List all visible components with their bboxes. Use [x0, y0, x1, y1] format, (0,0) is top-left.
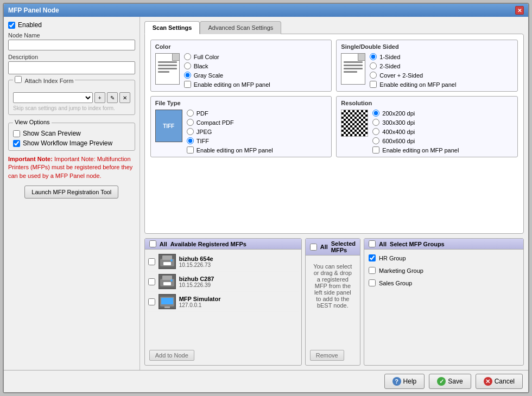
double-sided[interactable]: 2-Sided	[370, 62, 456, 69]
res-200[interactable]: 200x200 dpi	[372, 110, 459, 117]
description-input[interactable]	[8, 61, 135, 74]
mfp-simulator-checkbox[interactable]	[148, 298, 155, 305]
group-hr-label: HR Group	[379, 255, 406, 261]
close-button[interactable]: ✕	[515, 6, 524, 15]
available-mfps-all-checkbox[interactable]	[149, 240, 156, 247]
enabled-row: Enabled	[8, 21, 135, 29]
resolution-icon	[341, 110, 368, 137]
resolution-options: 200x200 dpi 300x300 dpi 400x400 dpi	[372, 110, 459, 154]
color-black[interactable]: Black	[184, 62, 270, 69]
filetype-enable-editing[interactable]: Enable editing on MFP panel	[187, 146, 273, 154]
important-note: Important Note: Important Note: Multifun…	[8, 155, 135, 180]
help-button[interactable]: ? Help	[384, 374, 425, 389]
selected-mfps-panel: All Selected MFPs You can select or drag…	[305, 238, 360, 366]
color-preview-icon	[155, 53, 180, 85]
mfp-item-c287: bizhub C287 10.15.226.39	[147, 272, 299, 292]
show-scan-preview-checkbox[interactable]	[13, 130, 20, 137]
view-options-group: View Options Show Scan Preview Show Work…	[8, 123, 135, 151]
color-enable-editing[interactable]: Enable editing on MFP panel	[184, 81, 270, 88]
color-radio-group: Full Color Black Gray Scale	[184, 53, 270, 79]
resolution-enable-editing[interactable]: Enable editing on MFP panel	[372, 146, 459, 154]
group-sales-label: Sales Group	[379, 280, 412, 286]
color-title: Color	[155, 43, 327, 50]
tab-scan-settings[interactable]: Scan Settings	[144, 21, 200, 34]
color-full-color[interactable]: Full Color	[184, 53, 270, 60]
tab-bar: Scan Settings Advanced Scan Settings	[144, 21, 524, 34]
selected-mfps-footer: Remove	[306, 346, 360, 365]
res-600[interactable]: 600x600 dpi	[372, 137, 459, 144]
resolution-radio-group: 200x200 dpi 300x300 dpi 400x400 dpi	[372, 110, 459, 144]
tab-advanced-scan-settings[interactable]: Advanced Scan Settings	[200, 21, 281, 34]
enabled-checkbox[interactable]	[8, 22, 15, 29]
file-type-inner: TIFF PDF Compact PDF	[155, 110, 327, 154]
cancel-button[interactable]: ✕ Cancel	[476, 374, 523, 389]
file-type-compact-pdf[interactable]: Compact PDF	[187, 119, 273, 126]
mfp-simulator-name: MFP Simulator	[179, 296, 221, 302]
footer: ? Help ✓ Save ✕ Cancel	[4, 370, 528, 392]
tiff-icon: TIFF	[155, 110, 182, 142]
node-name-input[interactable]: MFP Panel	[8, 40, 135, 50]
mfp-654e-checkbox[interactable]	[148, 258, 155, 265]
sides-enable-editing[interactable]: Enable editing on MFP panel	[370, 81, 456, 88]
file-type-jpeg[interactable]: JPEG	[187, 128, 273, 135]
cancel-icon: ✕	[484, 377, 492, 386]
single-double-section: Single/Double Sided	[336, 40, 518, 92]
mfp-item-simulator: MFP Simulator 127.0.0.1	[147, 292, 299, 312]
file-type-pdf[interactable]: PDF	[187, 110, 273, 117]
svg-rect-10	[164, 306, 170, 308]
mfp-654e-ip: 10.15.226.73	[179, 262, 213, 268]
edit-form-button[interactable]: ✎	[107, 92, 118, 103]
single-double-icon	[341, 53, 365, 85]
main-window: MFP Panel Node ✕ Enabled Node Name MFP P…	[3, 3, 529, 393]
group-sales-checkbox[interactable]	[369, 279, 376, 286]
main-area: Enabled Node Name MFP Panel Description …	[4, 17, 528, 370]
resolution-title: Resolution	[341, 100, 513, 106]
show-workflow-preview-checkbox[interactable]	[13, 140, 20, 147]
help-label: Help	[403, 378, 417, 385]
svg-rect-2	[163, 262, 171, 265]
save-label: Save	[448, 378, 463, 385]
color-options: Full Color Black Gray Scale	[184, 53, 270, 88]
show-workflow-preview-label: Show Workflow Image Preview	[23, 139, 112, 147]
group-hr-checkbox[interactable]	[369, 254, 376, 261]
selected-mfps-all-checkbox[interactable]	[310, 244, 317, 251]
cover-2-sided[interactable]: Cover + 2-Sided	[370, 72, 456, 79]
selected-mfps-body: You can select or drag & drop a register…	[306, 256, 360, 346]
group-marketing-checkbox[interactable]	[369, 267, 376, 274]
attach-index-form-checkbox[interactable]	[15, 76, 22, 83]
svg-rect-5	[162, 276, 172, 280]
file-type-radio-group: PDF Compact PDF JPEG TI	[187, 110, 273, 144]
show-scan-preview-row: Show Scan Preview	[13, 130, 130, 137]
color-gray-scale[interactable]: Gray Scale	[184, 72, 270, 79]
attach-form-select[interactable]	[13, 92, 93, 103]
single-sided[interactable]: 1-Sided	[370, 53, 456, 60]
mfp-c287-ip: 10.15.226.39	[179, 282, 214, 288]
remove-button[interactable]: Remove	[310, 350, 344, 361]
mfp-654e-info: bizhub 654e 10.15.226.73	[179, 256, 213, 268]
description-label: Description	[8, 54, 135, 60]
available-mfps-title: Available Registered MFPs	[170, 241, 246, 247]
res-300[interactable]: 300x300 dpi	[372, 119, 459, 126]
help-icon: ?	[392, 377, 401, 386]
node-name-label: Node Name	[8, 32, 135, 39]
mfp-groups-all-checkbox[interactable]	[369, 240, 376, 247]
add-to-node-button[interactable]: Add to Node	[149, 350, 194, 361]
svg-rect-1	[162, 256, 172, 260]
attach-form-row: + ✎ ✕	[13, 92, 130, 103]
mfp-groups-body: HR Group Marketing Group Sales Group	[364, 250, 523, 365]
delete-form-button[interactable]: ✕	[119, 92, 130, 103]
mfp-c287-checkbox[interactable]	[148, 278, 155, 285]
available-mfps-all-label: All	[160, 241, 167, 247]
available-mfps-body: bizhub 654e 10.15.226.73 bizhub C287	[145, 250, 301, 346]
launch-mfp-button[interactable]: Launch MFP Registration Tool	[24, 186, 118, 199]
selected-mfps-placeholder: You can select or drag & drop a register…	[308, 258, 358, 314]
file-type-title: File Type	[155, 100, 327, 106]
add-form-button[interactable]: +	[94, 92, 105, 103]
file-type-tiff[interactable]: TIFF	[187, 137, 273, 144]
res-400[interactable]: 400x400 dpi	[372, 128, 459, 135]
scan-settings-grid: Color	[150, 40, 518, 157]
node-name-field: Node Name MFP Panel	[8, 32, 135, 50]
save-button[interactable]: ✓ Save	[429, 374, 471, 389]
resolution-inner: 200x200 dpi 300x300 dpi 400x400 dpi	[341, 110, 513, 154]
mfp-groups-header: All Select MFP Groups	[364, 239, 523, 250]
